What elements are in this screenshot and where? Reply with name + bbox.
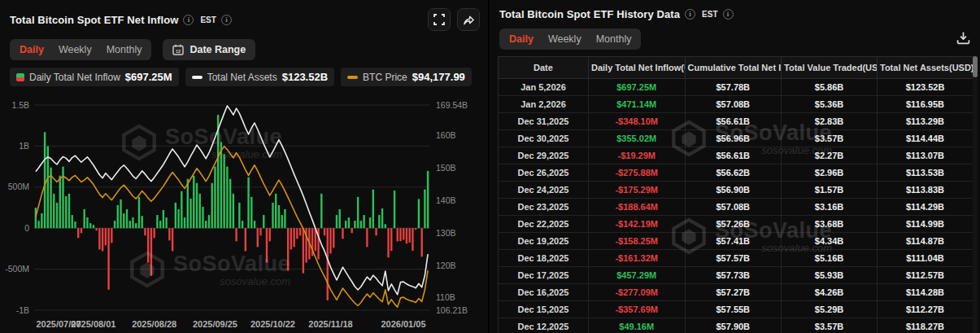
table-row: Jan 2,2026$471.14M$57.08B$5.36B$116.95B <box>499 96 973 113</box>
table-cell: -$142.19M <box>588 216 685 233</box>
inflow-bar <box>397 228 399 241</box>
info-icon[interactable]: i <box>183 15 194 25</box>
table-cell: $697.25M <box>588 79 685 96</box>
interval-tabs: DailyWeeklyMonthly <box>10 39 151 60</box>
inflow-bar <box>184 217 185 228</box>
inflow-bar <box>385 224 386 228</box>
inflow-bar <box>235 228 237 241</box>
inflow-bar <box>247 177 249 228</box>
inflow-bar <box>357 197 359 228</box>
inflow-bar <box>348 217 350 228</box>
inflow-bar <box>202 207 203 228</box>
left-axis-tick: -500M <box>5 264 29 274</box>
table-cell: Dec 18,2025 <box>499 250 589 267</box>
inflow-bar <box>114 221 115 228</box>
table-row: Dec 24,2025-$175.29M$56.90B$1.57B$113.83… <box>499 182 973 199</box>
info-icon[interactable]: i <box>723 9 734 20</box>
table-cell: -$357.69M <box>588 301 685 318</box>
inflow-bar <box>296 228 298 239</box>
inflow-bar <box>242 221 243 228</box>
table-row: Dec 26,2025-$275.88M$56.62B$2.96B$113.53… <box>499 164 973 182</box>
tab-weekly[interactable]: Weekly <box>548 33 581 45</box>
inflow-bar <box>399 228 401 241</box>
download-button[interactable] <box>955 29 972 49</box>
inflow-bar <box>220 142 222 228</box>
legend-total-net-assets[interactable]: Total Net Assets$123.52B <box>185 68 334 86</box>
inflow-bar <box>135 223 137 228</box>
inflow-bar <box>269 228 271 241</box>
inflow-bar <box>165 217 167 228</box>
inflow-bar <box>420 228 422 256</box>
inflow-bar <box>245 228 246 251</box>
right-axis-tick: 160B <box>436 130 456 140</box>
table-cell: $3.16B <box>782 199 878 216</box>
inflow-bar <box>303 228 304 273</box>
tab-daily[interactable]: Daily <box>509 33 534 45</box>
tab-monthly[interactable]: Monthly <box>596 33 632 45</box>
date-range-button[interactable]: 12 Date Range <box>163 39 255 60</box>
table-cell: $114.28B <box>878 284 973 301</box>
table-cell: $113.53B <box>878 164 973 182</box>
table-cell: -$277.09M <box>588 284 685 301</box>
table-row: Dec 18,2025-$161.32M$57.57B$5.16B$111.04… <box>499 250 973 267</box>
x-axis-tick: 2025/09/25 <box>193 319 237 329</box>
table-row: Dec 12,2025$49.16M$57.90B$3.57B$118.27B <box>499 318 973 333</box>
right-axis-tick: 150B <box>436 163 456 173</box>
x-axis-tick: 2025/08/28 <box>132 319 176 329</box>
table-row: Dec 23,2025-$188.64M$57.08B$3.16B$114.29… <box>499 199 973 216</box>
legend-value: $123.52B <box>282 71 328 83</box>
inflow-bar <box>320 194 322 228</box>
date-range-label: Date Range <box>189 44 246 55</box>
table-cell: $49.16M <box>588 318 685 333</box>
inflow-bar <box>336 215 338 228</box>
inflow-bar <box>211 183 213 228</box>
inflow-bar <box>406 228 407 243</box>
table-cell: $112.27B <box>878 301 973 318</box>
inflow-bar <box>196 183 198 228</box>
table-cell: Dec 12,2025 <box>499 318 589 333</box>
net-inflow-panel: Total Bitcoin Spot ETF Net Inflow i EST … <box>0 0 488 333</box>
inflow-bar <box>144 228 146 235</box>
tab-monthly[interactable]: Monthly <box>107 44 142 55</box>
inflow-bar <box>299 228 301 235</box>
inflow-bar <box>281 215 282 228</box>
interval-tabs: DailyWeeklyMonthly <box>499 28 641 50</box>
scrollbar-thumb[interactable] <box>973 56 978 77</box>
inflow-bar <box>86 217 88 228</box>
inflow-bar <box>156 215 158 228</box>
table-cell: -$161.32M <box>588 250 685 267</box>
inflow-bar <box>47 146 49 228</box>
fullscreen-button[interactable] <box>428 8 451 31</box>
tab-weekly[interactable]: Weekly <box>59 44 92 55</box>
info-icon[interactable]: i <box>685 9 695 20</box>
inflow-bar <box>129 221 131 228</box>
table-cell: -$348.10M <box>588 113 685 130</box>
calendar-icon: 12 <box>172 44 184 55</box>
inflow-bar <box>77 228 79 238</box>
history-table: DateDaily Total Net Inflow(USD)Cumulativ… <box>498 56 973 333</box>
inflow-bar <box>168 228 170 240</box>
info-icon[interactable]: i <box>221 15 232 25</box>
legend-daily-total-net-inflow[interactable]: Daily Total Net Inflow$697.25M <box>10 68 179 86</box>
table-cell: $4.34B <box>782 233 878 250</box>
inflow-bar <box>345 221 346 228</box>
inflow-bar <box>177 209 179 228</box>
tab-daily[interactable]: Daily <box>20 44 44 55</box>
table-cell: $5.16B <box>782 250 878 267</box>
right-axis-tick: 130B <box>436 228 456 238</box>
share-button[interactable] <box>457 8 480 31</box>
inflow-bar <box>120 199 121 228</box>
table-cell: $3.57B <box>782 318 878 333</box>
net-inflow-chart[interactable]: 1.5B1B500M0-500M-1B169.54B160B150B140B13… <box>0 88 488 333</box>
fullscreen-icon <box>433 14 445 25</box>
table-cell: Dec 22,2025 <box>499 216 589 233</box>
inflow-bar <box>132 217 133 228</box>
table-cell: $471.14M <box>588 96 685 113</box>
legend-btc-price[interactable]: BTC Price$94,177.99 <box>341 68 472 86</box>
est-label: EST <box>702 10 717 19</box>
net-inflow-controls: DailyWeeklyMonthly 12 Date Range <box>0 31 488 60</box>
table-row: Dec 30,2025$355.02M$56.96B$3.57B$114.44B <box>499 130 973 147</box>
table-cell: $57.08B <box>685 199 782 216</box>
table-cell: $5.29B <box>782 301 878 318</box>
inflow-bar <box>378 215 380 228</box>
